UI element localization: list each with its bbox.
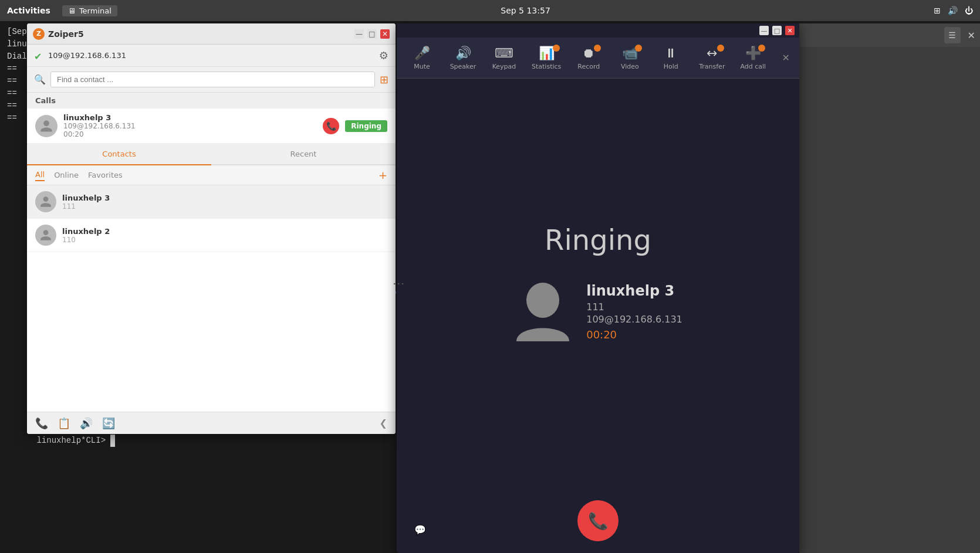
transfer-button[interactable]: ↔ Transfer	[691, 41, 732, 75]
call-icon[interactable]: 📞	[35, 417, 48, 429]
speaker-label: Speaker	[450, 63, 477, 70]
call-end-button[interactable]: 📞	[323, 118, 339, 134]
grid-icon[interactable]: ⊞	[380, 73, 388, 86]
account-info: ✔ 109@192.168.6.131	[34, 51, 126, 60]
contact-tabs: Contacts Recent	[27, 144, 396, 165]
caller-avatar	[513, 280, 572, 344]
vertical-dots: ⋮	[392, 278, 406, 290]
right-panel-menu[interactable]: ☰	[944, 27, 961, 43]
hold-label: Hold	[664, 63, 678, 70]
add-call-label: Add call	[740, 63, 766, 70]
keypad-label: Keypad	[492, 63, 516, 70]
calls-section: Calls linuxhelp 3 109@192.168.6.131 00:2…	[27, 93, 396, 144]
mute-label: Mute	[414, 63, 430, 70]
system-bar-datetime: Sep 5 13:57	[117, 6, 934, 15]
call-info: linuxhelp 3 109@192.168.6.131 00:20	[63, 113, 317, 138]
record-button[interactable]: ⏺ Record	[568, 41, 609, 75]
hold-button[interactable]: ⏸ Hold	[650, 41, 691, 75]
call-close-button[interactable]: ✕	[785, 26, 795, 35]
search-bar: 🔍 ⊞	[27, 67, 396, 93]
transfer-icon[interactable]: 🔄	[102, 417, 115, 429]
caller-ext: 111	[586, 301, 682, 313]
right-panel-close[interactable]: ✕	[968, 30, 975, 41]
contact-item-linuxhelp3[interactable]: linuxhelp 3 111	[27, 185, 396, 219]
collapse-button[interactable]: ❮	[380, 418, 387, 429]
tab-recent[interactable]: Recent	[211, 144, 396, 164]
right-panel-header: ☰ ✕	[799, 23, 980, 47]
system-bar: Activities 🖥 Terminal Sep 5 13:57 ⊞ 🔊 ⏻	[0, 0, 980, 21]
system-bar-right: ⊞ 🔊 ⏻	[934, 6, 973, 15]
contact-avatar-2	[35, 225, 56, 246]
speaker-button[interactable]: 🔊 Speaker	[442, 41, 484, 75]
hangup-button[interactable]: 📞	[577, 500, 619, 541]
filter-all[interactable]: All	[35, 169, 45, 181]
terminal-tab[interactable]: 🖥 Terminal	[62, 5, 117, 16]
bottom-toolbar: 📞 📋 🔊 🔄 ❮	[27, 412, 396, 434]
statistics-label: Statistics	[532, 63, 561, 70]
filter-favorites[interactable]: Favorites	[88, 169, 123, 181]
record-label: Record	[577, 63, 600, 70]
chat-icon[interactable]: 💬	[414, 524, 426, 535]
minimize-button[interactable]: —	[354, 29, 364, 39]
keypad-button[interactable]: ⌨ Keypad	[484, 41, 525, 75]
account-address: 109@192.168.6.131	[48, 51, 126, 60]
call-name: linuxhelp 3	[63, 113, 317, 122]
call-window-controls: — □ ✕	[759, 26, 795, 35]
caller-timer: 00:20	[586, 328, 682, 341]
call-content: Ringing linuxhelp 3 111 109@192.168.6.13…	[397, 79, 799, 488]
add-contact-button[interactable]: +	[379, 169, 387, 181]
window-controls: — □ ✕	[354, 29, 390, 39]
add-call-badge	[758, 45, 765, 52]
call-minimize-button[interactable]: —	[759, 26, 769, 35]
zoiper-title: Zoiper5	[48, 29, 84, 39]
mute-button[interactable]: 🎤 Mute	[401, 41, 442, 75]
mute-icon: 🎤	[414, 46, 430, 60]
tab-close-button[interactable]: ✕	[778, 50, 795, 66]
statistics-badge	[553, 45, 560, 52]
network-icon: ⊞	[934, 6, 941, 15]
tab-contacts[interactable]: Contacts	[27, 144, 211, 165]
video-button[interactable]: 📹 Video	[609, 41, 650, 75]
calls-header: Calls	[27, 93, 396, 108]
call-maximize-button[interactable]: □	[772, 26, 782, 35]
terminal-tab-label: Terminal	[79, 6, 111, 15]
contact-item-linuxhelp2[interactable]: linuxhelp 2 110	[27, 219, 396, 252]
search-icon: 🔍	[34, 74, 46, 85]
filter-tabs: All Online Favorites +	[27, 165, 396, 185]
call-panel-header: — □ ✕	[397, 23, 799, 38]
add-call-button[interactable]: ➕ Add call	[732, 41, 773, 75]
contact-info: linuxhelp 3 111	[62, 194, 110, 211]
message-icon[interactable]: 📋	[58, 417, 70, 429]
activities-label[interactable]: Activities	[7, 6, 50, 15]
zoiper-window: Z Zoiper5 — □ ✕ ✔ 109@192.168.6.131 ⚙ 🔍 …	[27, 23, 396, 434]
zoiper-titlebar: Z Zoiper5 — □ ✕	[27, 23, 396, 45]
call-toolbar: 🎤 Mute 🔊 Speaker ⌨ Keypad 📊 Statistics ⏺…	[397, 38, 799, 79]
call-avatar	[35, 115, 58, 137]
caller-section: linuxhelp 3 111 109@192.168.6.131 00:20	[513, 280, 682, 344]
video-badge	[635, 45, 642, 52]
video-label: Video	[621, 63, 639, 70]
ringing-status: Ringing	[545, 223, 651, 256]
zoiper-logo: Z Zoiper5	[33, 28, 354, 40]
right-panel: ☰ ✕	[799, 23, 980, 553]
call-number: 109@192.168.6.131	[63, 122, 317, 130]
contact-name-2: linuxhelp 2	[62, 227, 110, 236]
call-duration: 00:20	[63, 130, 317, 138]
call-status-badge: Ringing	[345, 120, 387, 132]
active-call-item[interactable]: linuxhelp 3 109@192.168.6.131 00:20 📞 Ri…	[27, 108, 396, 144]
settings-icon[interactable]: ⚙	[379, 49, 388, 62]
zoiper-logo-icon: Z	[33, 28, 45, 40]
volume-icon: 🔊	[948, 6, 958, 15]
hold-icon: ⏸	[664, 46, 677, 60]
contact-ext: 111	[62, 202, 110, 211]
filter-online[interactable]: Online	[54, 169, 79, 181]
caller-addr: 109@192.168.6.131	[586, 314, 682, 325]
close-button[interactable]: ✕	[380, 29, 390, 39]
statistics-button[interactable]: 📊 Statistics	[525, 41, 568, 75]
speaker-icon[interactable]: 🔊	[80, 417, 93, 429]
svg-point-1	[526, 283, 559, 318]
system-bar-left: Activities 🖥 Terminal	[7, 5, 117, 16]
search-input[interactable]	[50, 72, 375, 87]
zoiper-header: ✔ 109@192.168.6.131 ⚙	[27, 45, 396, 67]
maximize-button[interactable]: □	[367, 29, 377, 39]
